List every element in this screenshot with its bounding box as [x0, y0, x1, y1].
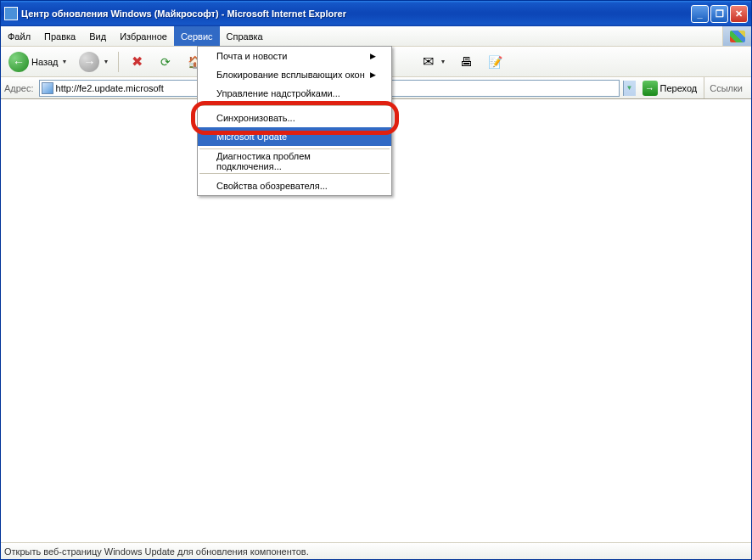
menu-item-internet-options[interactable]: Свойства обозревателя... [198, 176, 391, 195]
edit-icon: 📝 [486, 53, 503, 70]
forward-button[interactable]: → ▼ [75, 48, 113, 76]
titlebar[interactable]: Центр обновления Windows (Майкрософт) - … [1, 1, 751, 26]
menu-item-manage-addons[interactable]: Управление надстройками... [198, 84, 391, 103]
back-label: Назад [31, 57, 59, 67]
submenu-arrow-icon: ▶ [370, 70, 376, 79]
app-icon [4, 7, 18, 20]
back-arrow-icon: ← [8, 52, 29, 72]
status-text: Открыть веб-страницу Windows Update для … [4, 546, 309, 557]
menubar: Файл Правка Вид Избранное Сервис Справка [1, 26, 751, 47]
menu-item-label: Свойства обозревателя... [216, 181, 328, 191]
edit-button[interactable]: 📝 [482, 50, 508, 74]
refresh-icon: ⟳ [157, 53, 174, 70]
menu-separator [199, 148, 390, 149]
menu-view[interactable]: Вид [82, 26, 113, 46]
separator [118, 52, 119, 72]
menu-item-label: Microsoft Update [216, 132, 287, 142]
statusbar: Открыть веб-страницу Windows Update для … [1, 542, 751, 559]
menu-item-label: Диагностика проблем подключения... [216, 151, 376, 171]
links-label[interactable]: Ссылки [704, 77, 748, 98]
mail-button[interactable]: ✉ ▼ [415, 50, 450, 74]
menu-file[interactable]: Файл [1, 26, 37, 46]
menu-item-label: Почта и новости [216, 51, 288, 61]
mail-icon: ✉ [419, 53, 436, 70]
go-button[interactable]: → Переход [639, 80, 701, 97]
chevron-down-icon: ▼ [103, 59, 109, 64]
menu-item-microsoft-update[interactable]: Microsoft Update [198, 127, 391, 146]
go-arrow-icon: → [643, 81, 658, 96]
print-button[interactable]: 🖶 [453, 50, 479, 74]
menu-favorites[interactable]: Избранное [113, 26, 174, 46]
menu-item-popup-blocker[interactable]: Блокирование всплывающих окон ▶ [198, 65, 391, 84]
windows-flag-icon[interactable] [722, 26, 751, 46]
chevron-down-icon: ▼ [440, 59, 446, 64]
menu-separator [199, 173, 390, 174]
menu-help[interactable]: Справка [220, 26, 270, 46]
minimize-button[interactable]: _ [691, 5, 709, 23]
tools-dropdown-menu: Почта и новости ▶ Блокирование всплывающ… [197, 46, 392, 196]
menu-item-mail-news[interactable]: Почта и новости ▶ [198, 47, 391, 65]
chevron-down-icon: ▼ [62, 59, 68, 64]
menu-item-label: Блокирование всплывающих окон [216, 70, 365, 80]
maximize-button[interactable]: ❐ [710, 5, 728, 23]
address-label: Адрес: [4, 83, 36, 93]
submenu-arrow-icon: ▶ [370, 52, 376, 60]
menu-item-synchronize[interactable]: Синхронизовать... [198, 109, 391, 127]
page-icon [42, 82, 53, 94]
menu-edit[interactable]: Правка [37, 26, 82, 46]
window-controls: _ ❐ ✕ [691, 5, 748, 23]
close-button[interactable]: ✕ [730, 5, 748, 23]
back-button[interactable]: ← Назад ▼ [4, 48, 71, 76]
window-title: Центр обновления Windows (Майкрософт) - … [21, 8, 691, 19]
menu-tools[interactable]: Сервис [174, 26, 220, 46]
refresh-button[interactable]: ⟳ [153, 50, 178, 74]
menu-item-label: Управление надстройками... [216, 88, 340, 98]
menu-item-label: Синхронизовать... [216, 113, 295, 123]
menu-separator [199, 105, 390, 106]
stop-icon: ✖ [128, 53, 145, 70]
menu-item-diagnose[interactable]: Диагностика проблем подключения... [198, 152, 391, 171]
print-icon: 🖶 [457, 53, 474, 70]
forward-arrow-icon: → [79, 52, 99, 72]
url-dropdown-button[interactable]: ▼ [623, 81, 636, 96]
stop-button[interactable]: ✖ [124, 50, 149, 74]
go-label: Переход [660, 83, 698, 93]
browser-window: Центр обновления Windows (Майкрософт) - … [0, 0, 752, 560]
